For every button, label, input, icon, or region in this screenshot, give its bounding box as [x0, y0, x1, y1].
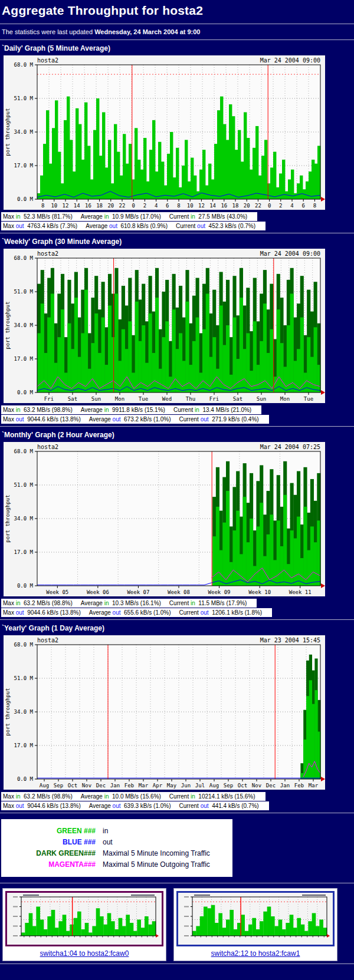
graph-section: `Daily' Graph (5 Minute Average)68.0 M51…	[0, 44, 354, 233]
stat-value: 10.3 MB/s (16.1%)	[109, 600, 160, 606]
svg-text:34.0 M: 34.0 M	[14, 322, 33, 328]
svg-text:16: 16	[221, 203, 227, 209]
stat-direction: out	[16, 609, 24, 616]
svg-text:0: 0	[132, 203, 135, 209]
stats-block: Max in 63.2 MB/s (98.8%)Average in 9911.…	[1, 405, 354, 424]
stat-max-in: Max in 63.2 MB/s (98.8%)	[3, 407, 73, 413]
thumbnail-link-0[interactable]: switcha1:04 to hosta2:fcaw0	[5, 949, 163, 958]
stat-direction: out	[113, 609, 121, 616]
stat-label: Max	[3, 793, 16, 800]
stat-value: 1206.1 kB/s (1.8%)	[209, 609, 263, 616]
stat-value: 9044.6 kB/s (13.8%)	[24, 803, 81, 809]
stat-label: Current	[179, 609, 201, 616]
stat-label: Average	[81, 600, 104, 606]
section-heading: `Yearly' Graph (1 Day Average)	[2, 624, 353, 632]
stat-average-out: Average out 655.6 kB/s (1.0%)	[89, 609, 171, 616]
stat-current-in: Current in 27.5 MB/s (43.0%)	[169, 213, 247, 220]
svg-text:68.0 M: 68.0 M	[14, 255, 33, 261]
weekly-graph: 68.0 M51.0 M34.0 M17.0 M0.0 MFriSatSunMo…	[4, 249, 325, 403]
stat-value: 27.5 MB/s (43.0%)	[195, 213, 247, 220]
stats-line-in: Max in 63.2 MB/s (98.8%)Average in 10.0 …	[1, 792, 266, 801]
stat-value: 9911.8 kB/s (15.1%)	[109, 407, 165, 413]
stat-current-out: Current out 271.9 kB/s (0.4%)	[179, 416, 259, 423]
stat-direction: out	[16, 223, 24, 229]
graph-section: `Monthly' Graph (2 Hour Average)68.0 M51…	[0, 431, 354, 620]
svg-text:Sat: Sat	[233, 396, 242, 402]
divider	[0, 233, 354, 233]
svg-text:Mon: Mon	[280, 396, 290, 402]
stat-direction: out	[201, 803, 209, 809]
svg-text:2: 2	[143, 203, 146, 209]
svg-text:51.0 M: 51.0 M	[14, 95, 33, 101]
svg-text:2: 2	[279, 203, 282, 209]
stat-label: Average	[81, 213, 104, 220]
svg-text:Fri: Fri	[209, 396, 219, 402]
svg-text:34.0 M: 34.0 M	[14, 516, 33, 522]
stat-current-in: Current in 10214.1 kB/s (15.6%)	[169, 793, 255, 800]
stat-value: 441.4 kB/s (0.7%)	[209, 803, 259, 809]
svg-text:8: 8	[177, 203, 180, 209]
stat-value: 52.3 MB/s (81.7%)	[20, 213, 72, 220]
stat-current-out: Current out 1206.1 kB/s (1.8%)	[179, 609, 263, 616]
thumbnail-link-1[interactable]: switcha2:12 to hosta2:fcaw1	[176, 949, 335, 958]
stat-value: 9044.6 kB/s (13.8%)	[24, 609, 81, 616]
stat-max-out: Max out 9044.6 kB/s (13.8%)	[3, 416, 81, 423]
yearly-graph: 68.0 M51.0 M34.0 M17.0 M0.0 MAugSepOctNo…	[4, 635, 325, 790]
monthly-graph-ylabel: port throughput	[5, 494, 11, 542]
svg-text:68.0 M: 68.0 M	[14, 642, 33, 648]
stats-line-out: Max out 9044.6 kB/s (13.8%)Average out 6…	[1, 608, 272, 617]
monthly-graph: 68.0 M51.0 M34.0 M17.0 M0.0 MWeek 05Week…	[4, 442, 325, 596]
legend-key: DARK GREEN###	[1, 849, 96, 858]
svg-text:68.0 M: 68.0 M	[14, 448, 33, 454]
legend-row: DARK GREEN###Maximal 5 Minute Incoming T…	[1, 849, 232, 858]
last-updated-prefix: The statistics were last updated	[2, 28, 93, 35]
stat-label: Current	[176, 223, 197, 229]
daily-graph-ylabel: port throughput	[5, 108, 11, 156]
svg-text:Jan: Jan	[280, 783, 290, 788]
svg-text:Feb: Feb	[294, 783, 304, 788]
stat-value: 63.2 MB/s (98.8%)	[20, 600, 72, 606]
page-title: Aggregate Throughput for hosta2	[2, 4, 353, 18]
svg-text:Mar: Mar	[139, 783, 149, 788]
stats-line-in: Max in 63.2 MB/s (98.8%)Average in 9911.…	[1, 405, 261, 414]
svg-text:Thu: Thu	[186, 396, 195, 402]
legend-description: Maximal 5 Minute Outgoing Traffic	[103, 860, 210, 869]
svg-text:17.0 M: 17.0 M	[14, 163, 33, 169]
stat-label: Current	[173, 407, 195, 413]
svg-text:6: 6	[166, 203, 169, 209]
stat-value: 610.8 kB/s (0.9%)	[117, 223, 168, 229]
thumbnail-box: switcha2:12 to hosta2:fcaw1	[173, 888, 337, 961]
svg-text:Dec: Dec	[266, 783, 276, 788]
stat-average-in: Average in 9911.8 kB/s (15.1%)	[81, 407, 165, 413]
stat-value: 452.3 kB/s (0.7%)	[205, 223, 255, 229]
yearly-graph-title: hosta2	[37, 637, 58, 644]
svg-text:Week 08: Week 08	[168, 589, 190, 595]
svg-text:4: 4	[155, 203, 158, 209]
svg-text:Aug: Aug	[40, 783, 49, 788]
stats-block: Max in 52.3 MB/s (81.7%)Average in 10.9 …	[1, 212, 354, 230]
thumbnail-graph-0[interactable]	[7, 893, 162, 945]
svg-text:18: 18	[232, 203, 239, 209]
legend-description: out	[103, 838, 113, 847]
legend-row: BLUE ###out	[1, 838, 232, 847]
stat-value: 10.0 MB/s (15.6%)	[109, 793, 160, 800]
svg-text:0.0 M: 0.0 M	[17, 583, 34, 589]
stat-label: Average	[89, 803, 113, 809]
divider	[0, 883, 354, 883]
stat-direction: out	[201, 416, 209, 423]
stat-label: Average	[81, 407, 104, 413]
svg-text:0.0 M: 0.0 M	[17, 390, 34, 395]
svg-text:Sat: Sat	[68, 396, 77, 402]
stat-label: Max	[3, 803, 16, 809]
weekly-graph-ylabel: port throughput	[5, 301, 11, 349]
stat-direction: out	[113, 416, 121, 423]
graph-sections: `Daily' Graph (5 Minute Average)68.0 M51…	[0, 44, 354, 813]
svg-text:Week 10: Week 10	[248, 589, 271, 595]
stat-average-in: Average in 10.0 MB/s (15.6%)	[81, 793, 161, 800]
thumbnail-graph-1[interactable]	[178, 893, 333, 945]
svg-text:16: 16	[85, 203, 91, 209]
svg-text:51.0 M: 51.0 M	[14, 289, 33, 295]
stat-direction: in	[191, 213, 195, 220]
legend-key: BLUE ###	[1, 838, 96, 847]
svg-text:Week 07: Week 07	[127, 589, 149, 595]
